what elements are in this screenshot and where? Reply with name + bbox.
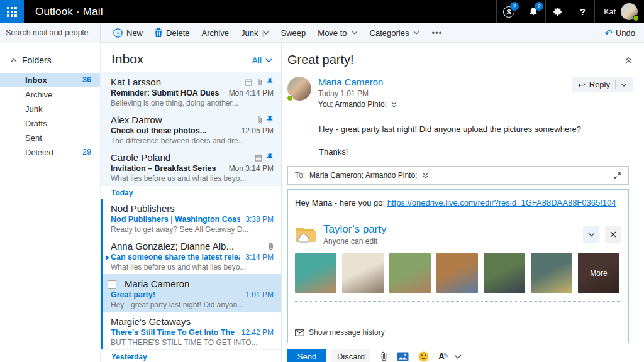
ellipsis-icon: ••• xyxy=(431,28,442,38)
expand-compose-icon[interactable] xyxy=(613,172,621,180)
paperclip-icon xyxy=(257,78,262,86)
collapse-all-icon[interactable] xyxy=(625,57,633,64)
party-photo-thumbnail[interactable] xyxy=(436,253,478,293)
app-launcher-button[interactable] xyxy=(0,0,24,23)
sidebar-folder-item[interactable]: Sent xyxy=(0,131,100,145)
sidebar-folder-item[interactable]: Archive xyxy=(0,87,100,102)
message-list-item[interactable]: Nod Publishers Nod Publishers | Washingt… xyxy=(101,199,281,236)
junk-button[interactable]: Junk xyxy=(241,28,258,38)
more-commands-button[interactable]: ••• xyxy=(431,28,442,38)
sidebar-folder-item[interactable]: Drafts xyxy=(0,116,100,131)
message-list-item[interactable]: Margie's Getaways There's Still Time To … xyxy=(101,312,281,349)
formatting-icon[interactable]: A✎ xyxy=(438,351,445,361)
email-body: Hey - great party last night! Did anyone… xyxy=(319,124,633,156)
attachment-options-button[interactable] xyxy=(583,226,599,243)
button-divider xyxy=(615,80,616,89)
pen-icon: ✎ xyxy=(443,352,448,359)
sweep-button[interactable]: Sweep xyxy=(281,28,306,38)
message-list-item[interactable]: Maria Cameron Great party! 1:01 PM Hey -… xyxy=(101,274,281,312)
expand-recipients-icon[interactable] xyxy=(391,102,397,107)
archive-button[interactable]: Archive xyxy=(202,28,229,38)
junk-dropdown-button[interactable] xyxy=(262,31,269,35)
sidebar-folder-item[interactable]: Deleted 29 xyxy=(0,145,100,160)
waffle-icon xyxy=(7,7,17,17)
notifications-button[interactable]: 2 xyxy=(521,0,545,23)
send-button[interactable]: Send xyxy=(287,349,326,362)
date-divider-label: Today xyxy=(111,189,133,197)
attach-file-icon[interactable] xyxy=(380,351,387,362)
chevron-down-icon[interactable] xyxy=(621,83,627,87)
party-photo-thumbnail[interactable]: More xyxy=(578,253,619,293)
insert-image-icon[interactable] xyxy=(397,352,409,361)
pin-icon xyxy=(267,116,274,124)
party-photo-thumbnail[interactable] xyxy=(484,253,525,293)
discard-button[interactable]: Discard xyxy=(331,349,370,362)
party-photo-thumbnail[interactable] xyxy=(342,253,384,293)
message-time: Mon 3:14 PM xyxy=(229,164,274,173)
party-photo-thumbnail[interactable] xyxy=(531,253,572,293)
help-icon: ? xyxy=(580,6,586,17)
sidebar-folder-item[interactable]: Junk xyxy=(0,102,100,116)
undo-label: Undo xyxy=(616,28,635,38)
undo-button[interactable]: ↶ Undo xyxy=(604,28,635,38)
party-photo-thumbnail[interactable] xyxy=(389,253,431,293)
move-to-label: Move to xyxy=(318,28,347,38)
categories-button[interactable]: Categories xyxy=(370,28,420,38)
delete-button[interactable]: Delete xyxy=(155,28,190,38)
party-photo-thumbnail[interactable] xyxy=(295,253,336,293)
sidebar-folder-item[interactable]: Inbox 36 xyxy=(0,73,100,87)
delete-label: Delete xyxy=(166,28,190,38)
reading-pane: Great party! Maria Cameron Today 1:01 PM… xyxy=(282,43,644,362)
message-sender: Nod Publishers xyxy=(111,203,175,214)
message-checkbox[interactable] xyxy=(108,280,116,289)
message-list-title: Inbox xyxy=(111,52,143,67)
presence-indicator xyxy=(287,95,293,101)
reply-arrow-icon: ↩ xyxy=(578,80,586,89)
settings-button[interactable] xyxy=(545,0,570,23)
message-subject: There's Still Time To Get Into The G... xyxy=(111,328,236,337)
chevron-down-icon xyxy=(413,31,419,35)
move-to-button[interactable]: Move to xyxy=(318,28,357,38)
top-bar: Outlook · Mail S 2 2 ? Kat xyxy=(0,0,644,23)
sender-avatar[interactable] xyxy=(287,77,311,101)
skype-button[interactable]: S 2 xyxy=(496,0,521,23)
calendar-icon xyxy=(255,154,262,162)
message-list-item[interactable]: Kat Larsson Reminder: Submit HOA Dues Mo… xyxy=(101,72,281,110)
folder-label: Deleted xyxy=(25,148,53,157)
onedrive-link[interactable]: https://onedrive.live.com/redir?resid=1G… xyxy=(387,198,616,207)
message-time: 3:14 PM xyxy=(245,253,274,261)
message-subject: Can someone share the latest releas... xyxy=(111,253,240,261)
remove-attachment-button[interactable] xyxy=(605,226,621,243)
shared-folder-title[interactable]: Taylor’s party xyxy=(323,223,386,236)
to-field[interactable]: To: Maria Cameron; Armando Pinto; xyxy=(287,166,629,185)
new-button[interactable]: New xyxy=(113,28,143,38)
search-box[interactable] xyxy=(0,23,101,43)
photo-strip: More xyxy=(295,253,621,293)
folders-header[interactable]: Folders xyxy=(0,43,100,73)
categories-label: Categories xyxy=(370,28,409,38)
attachment-card: Taylor’s party Anyone can edit More xyxy=(295,216,621,302)
compose-editor[interactable]: Hey Maria - here you go: https://onedriv… xyxy=(287,189,629,343)
sender-name-link[interactable]: Maria Cameron xyxy=(318,77,397,87)
message-list-item[interactable]: Alex Darrow Check out these photos... 12… xyxy=(101,110,281,148)
search-input[interactable] xyxy=(6,28,107,37)
compose-body[interactable]: Hey Maria - here you go: https://onedriv… xyxy=(288,190,628,214)
account-name: Kat xyxy=(604,8,616,16)
chevron-down-icon xyxy=(352,31,358,35)
reply-button[interactable]: ↩ Reply xyxy=(572,77,633,92)
archive-label: Archive xyxy=(202,28,229,38)
chevron-up-icon xyxy=(11,58,17,62)
emoji-icon[interactable] xyxy=(418,351,429,362)
filter-dropdown[interactable]: All xyxy=(252,55,272,67)
expand-recipients-icon[interactable] xyxy=(423,173,428,178)
account-button[interactable]: Kat xyxy=(594,0,644,23)
skype-badge: 2 xyxy=(510,2,519,11)
help-button[interactable]: ? xyxy=(570,0,594,23)
show-message-history[interactable]: Show message history xyxy=(295,328,385,337)
plus-circle-icon xyxy=(113,28,123,38)
photo-more-overlay[interactable]: More xyxy=(578,253,619,293)
message-list-item[interactable]: Carole Poland Invitation – Breakfast Ser… xyxy=(101,148,281,185)
message-list-item[interactable]: Anna Gonzalez; Dianne Alb... Can someone… xyxy=(101,236,281,274)
more-options-icon[interactable] xyxy=(454,354,462,359)
message-subject: Great party! xyxy=(111,290,240,299)
